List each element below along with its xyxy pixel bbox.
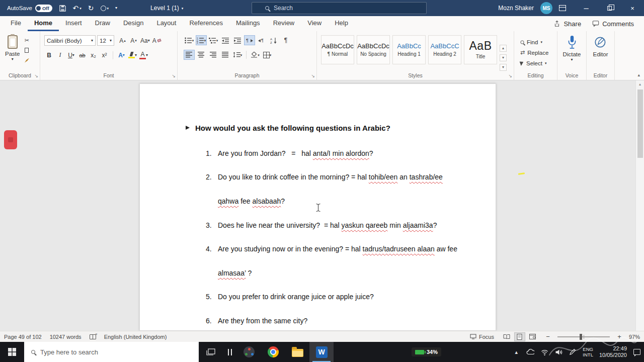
zoom-out-button[interactable]: − [545, 333, 550, 340]
task-view-button[interactable] [199, 342, 223, 362]
styles-scroll-up-button[interactable]: ▴ [500, 45, 507, 52]
scrollbar-thumb[interactable] [637, 89, 643, 158]
collapse-ribbon-button[interactable]: ▴ [637, 72, 640, 77]
avatar[interactable]: MS [540, 2, 552, 14]
document-title[interactable]: Level 1 (1) ▾ [150, 5, 183, 12]
justify-button[interactable] [220, 50, 231, 60]
hidden-icons-button[interactable]: ▴ [512, 349, 520, 355]
restore-button[interactable] [598, 0, 621, 16]
tab-layout[interactable]: Layout [150, 16, 183, 31]
numbering-button[interactable]: 123▾ [196, 35, 207, 45]
change-case-button[interactable]: Aa▾ [140, 36, 150, 45]
styles-more-button[interactable]: ▾ [500, 64, 507, 71]
font-color-button[interactable]: A▾ [139, 50, 148, 60]
minimize-button[interactable]: ─ [575, 0, 598, 16]
volume-icon[interactable] [554, 349, 562, 355]
styles-dialog-launcher[interactable]: ↘ [508, 73, 512, 78]
font-family-select[interactable]: Calibri (Body)▾ [44, 35, 96, 46]
tab-help[interactable]: Help [328, 16, 355, 31]
vertical-scrollbar[interactable]: ▴ [635, 80, 644, 331]
tab-design[interactable]: Design [117, 16, 150, 31]
tab-review[interactable]: Review [267, 16, 301, 31]
word-count[interactable]: 10247 words [50, 334, 82, 340]
redo-button[interactable]: ↻ [88, 4, 94, 12]
zoom-percent[interactable]: 97% [629, 334, 640, 340]
language-switcher[interactable]: ENG INTL [583, 346, 593, 357]
line-spacing-button[interactable]: ▾ [232, 50, 243, 60]
close-button[interactable]: × [621, 0, 644, 16]
pen-icon[interactable] [569, 348, 577, 355]
shrink-font-button[interactable]: A▾ [129, 36, 138, 45]
autosave-toggle[interactable]: AutoSave Off [7, 5, 52, 12]
multilevel-list-button[interactable]: ▾ [208, 35, 219, 45]
print-layout-button[interactable] [514, 332, 525, 341]
comments-button[interactable]: Comments [592, 20, 634, 28]
undo-button[interactable]: ↶▾ [73, 4, 82, 12]
clock[interactable]: 22:49 10/05/2020 [599, 345, 627, 358]
clipboard-dialog-launcher[interactable]: ↘ [34, 73, 38, 78]
zoom-slider[interactable] [557, 336, 610, 337]
ltr-direction-button[interactable]: ¶ [244, 35, 255, 45]
sort-button[interactable]: AZ [268, 35, 279, 45]
italic-button[interactable]: I [55, 50, 65, 60]
taskbar-app-word[interactable]: W [309, 342, 334, 362]
tab-file[interactable]: File [4, 16, 28, 31]
scroll-up-icon[interactable]: ▴ [636, 80, 644, 88]
text-highlight-button[interactable]: ▾ [128, 50, 137, 60]
replace-button[interactable]: ⇄Replace [520, 47, 557, 58]
borders-button[interactable]: ▾ [262, 50, 273, 60]
style-title[interactable]: AaBTitle [464, 35, 497, 64]
tab-home[interactable]: Home [28, 16, 59, 31]
tab-draw[interactable]: Draw [89, 16, 117, 31]
read-mode-button[interactable] [501, 332, 512, 341]
proofing-errors-icon[interactable] [90, 334, 96, 339]
decrease-indent-button[interactable] [220, 35, 231, 45]
quick-access-more-button[interactable]: ▾ [115, 6, 117, 10]
bullets-button[interactable]: ▾ [184, 35, 195, 45]
web-layout-button[interactable] [527, 332, 538, 341]
font-size-select[interactable]: 12▾ [97, 35, 114, 46]
style-heading-2[interactable]: AaBbCcCHeading 2 [428, 35, 461, 64]
pinned-app-colorwheel[interactable] [237, 342, 261, 362]
taskbar-search[interactable]: Type here to search [24, 342, 199, 362]
ribbon-display-options-button[interactable] [559, 5, 566, 11]
grow-font-button[interactable]: A▴ [118, 36, 127, 45]
superscript-button[interactable]: x² [100, 50, 109, 60]
share-button[interactable]: Share [553, 20, 581, 28]
rtl-direction-button[interactable]: ¶ [256, 35, 267, 45]
cut-button[interactable]: ✂ [23, 37, 31, 44]
pinned-app-chrome[interactable] [261, 342, 285, 362]
align-right-button[interactable] [208, 50, 219, 60]
style-no-spacing[interactable]: AaBbCcDcNo Spacing [357, 35, 390, 64]
format-painter-button[interactable] [23, 57, 31, 64]
user-name[interactable]: Mozn Shaker [498, 5, 534, 12]
underline-button[interactable]: U▾ [66, 50, 76, 60]
select-button[interactable]: Select▾ [520, 58, 557, 68]
styles-scroll-down-button[interactable]: ▾ [500, 54, 507, 61]
shading-button[interactable]: ▾ [250, 50, 261, 60]
copy-button[interactable] [23, 47, 31, 54]
paragraph-dialog-launcher[interactable]: ↘ [311, 73, 315, 78]
tab-insert[interactable]: Insert [59, 16, 89, 31]
text-effects-button[interactable]: A▾ [117, 50, 126, 60]
increase-indent-button[interactable] [232, 35, 243, 45]
tab-references[interactable]: References [183, 16, 229, 31]
show-formatting-button[interactable]: ¶ [280, 35, 291, 45]
onedrive-icon[interactable] [526, 349, 534, 355]
network-icon[interactable] [540, 349, 548, 355]
strikethrough-button[interactable]: ab [77, 50, 87, 60]
align-center-button[interactable] [196, 50, 207, 60]
align-left-button[interactable] [184, 50, 195, 60]
zoom-slider-thumb[interactable] [580, 334, 582, 340]
tab-mailings[interactable]: Mailings [229, 16, 267, 31]
editor-button[interactable]: Editor [587, 35, 614, 58]
font-dialog-launcher[interactable]: ↘ [172, 73, 176, 78]
notifications-button[interactable] [633, 349, 641, 355]
titlebar-search[interactable]: Search [252, 2, 427, 14]
bold-button[interactable]: B [44, 50, 54, 60]
clear-formatting-button[interactable]: A [152, 36, 162, 45]
save-button[interactable] [59, 5, 66, 12]
touch-mouse-mode-button[interactable]: ▾ [101, 6, 109, 11]
focus-button[interactable]: Focus [470, 334, 494, 340]
page-indicator[interactable]: Page 49 of 102 [4, 334, 42, 340]
